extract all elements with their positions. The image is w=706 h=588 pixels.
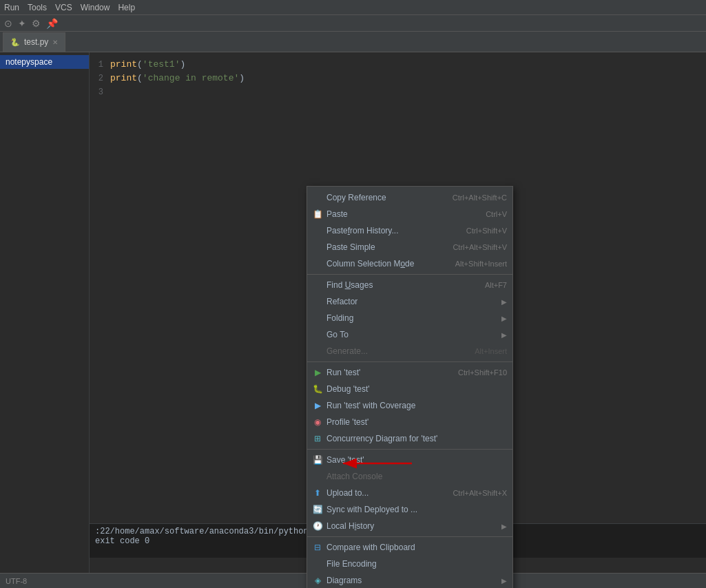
menu-run[interactable]: Run: [4, 3, 19, 12]
tab-label: test.py: [24, 37, 48, 47]
code-area: 1 print('test1') 2 print('change in remo…: [90, 52, 706, 105]
find-usages-icon: [311, 279, 324, 291]
menu-item-refactor[interactable]: Refactor ▶: [307, 293, 512, 310]
code-line-2: 2 print('change in remote'): [90, 72, 706, 85]
diagrams-icon: ◈: [311, 574, 324, 587]
toolbar-row: ⊙ ✦ ⚙ 📌: [0, 15, 706, 32]
code-line-3: 3: [90, 85, 706, 99]
generate-icon: [311, 345, 324, 357]
separator-2: [307, 361, 512, 362]
debug-test-icon: 🐛: [311, 383, 324, 395]
tab-file-icon: 🐍: [10, 38, 20, 47]
menu-item-run-coverage[interactable]: ▶ Run 'test' with Coverage: [307, 397, 512, 414]
upload-to-icon: ⬆: [311, 487, 324, 499]
paste-icon: 📋: [311, 208, 324, 220]
menu-item-paste-history[interactable]: Pastefrom History... Ctrl+Shift+V: [307, 222, 512, 239]
context-menu: Copy Reference Ctrl+Alt+Shift+C 📋 Paste …: [307, 186, 513, 588]
menu-item-concurrency[interactable]: ⊞ Concurrency Diagram for 'test': [307, 430, 512, 447]
toolbar-icon-1[interactable]: ⊙: [4, 18, 12, 29]
sidebar-item-notepyspace[interactable]: notepyspace: [0, 55, 89, 69]
menu-item-compare-clipboard[interactable]: ⊟ Compare with Clipboard: [307, 539, 512, 556]
tab-test-py[interactable]: 🐍 test.py ✕: [3, 32, 65, 52]
menu-item-file-encoding[interactable]: File Encoding: [307, 556, 512, 572]
menu-item-folding[interactable]: Folding ▶: [307, 310, 512, 326]
menu-item-sync-deployed[interactable]: 🔄 Sync with Deployed to ...: [307, 501, 512, 518]
line-number-3: 3: [90, 85, 110, 99]
menu-item-find-usages[interactable]: Find Usages Alt+F7: [307, 277, 512, 293]
menu-item-upload-to[interactable]: ⬆ Upload to... Ctrl+Alt+Shift+X: [307, 485, 512, 501]
go-to-arrow-icon: ▶: [501, 331, 507, 339]
profile-test-icon: ◉: [311, 416, 324, 428]
menu-tools[interactable]: Tools: [28, 3, 47, 12]
code-text-2: print('change in remote'): [110, 72, 245, 85]
menu-window[interactable]: Window: [81, 3, 110, 12]
menu-item-debug-test[interactable]: 🐛 Debug 'test': [307, 381, 512, 397]
menu-vcs[interactable]: VCS: [55, 3, 72, 12]
folding-icon: [311, 312, 324, 324]
menu-item-copy-reference[interactable]: Copy Reference Ctrl+Alt+Shift+C: [307, 189, 512, 206]
toolbar-icon-4[interactable]: 📌: [46, 18, 58, 29]
column-selection-icon: [311, 258, 324, 270]
paste-history-icon: [311, 224, 324, 237]
compare-clipboard-icon: ⊟: [311, 541, 324, 554]
refactor-arrow-icon: ▶: [501, 298, 507, 306]
run-test-icon: ▶: [311, 366, 324, 379]
code-line-1: 1 print('test1'): [90, 58, 706, 72]
status-text: UTF-8: [6, 577, 27, 585]
menu-item-diagrams[interactable]: ◈ Diagrams ▶: [307, 572, 512, 588]
line-number-2: 2: [90, 72, 110, 85]
menu-item-save-test[interactable]: 💾 Save 'test': [307, 452, 512, 468]
menu-item-paste-simple[interactable]: Paste Simple Ctrl+Alt+Shift+V: [307, 239, 512, 255]
code-text-1: print('test1'): [110, 58, 185, 72]
save-test-icon: 💾: [311, 454, 324, 466]
local-history-icon: 🕐: [311, 520, 324, 532]
line-number-1: 1: [90, 58, 110, 72]
menu-bar: Run Tools VCS Window Help: [0, 0, 706, 15]
go-to-icon: [311, 328, 324, 341]
toolbar-icon-3[interactable]: ⚙: [32, 18, 41, 29]
sidebar: notepyspace: [0, 52, 90, 573]
sync-deployed-icon: 🔄: [311, 503, 324, 516]
menu-item-column-selection[interactable]: Column Selection Mode Alt+Shift+Insert: [307, 255, 512, 272]
tab-bar: 🐍 test.py ✕: [0, 32, 706, 52]
run-coverage-icon: ▶: [311, 399, 324, 412]
folding-arrow-icon: ▶: [501, 315, 507, 322]
separator-4: [307, 536, 512, 537]
menu-help[interactable]: Help: [118, 3, 135, 12]
separator-1: [307, 274, 512, 275]
attach-console-icon: [311, 470, 324, 483]
local-history-arrow-icon: ▶: [501, 523, 507, 530]
diagrams-arrow-icon: ▶: [501, 577, 507, 585]
copy-reference-icon: [311, 191, 324, 204]
concurrency-icon: ⊞: [311, 432, 324, 445]
menu-item-profile-test[interactable]: ◉ Profile 'test': [307, 414, 512, 430]
file-encoding-icon: [311, 558, 324, 570]
paste-simple-icon: [311, 241, 324, 253]
refactor-icon: [311, 295, 324, 308]
menu-item-paste[interactable]: 📋 Paste Ctrl+V: [307, 206, 512, 222]
menu-item-generate[interactable]: Generate... Alt+Insert: [307, 343, 512, 359]
menu-item-attach-console[interactable]: Attach Console: [307, 468, 512, 485]
menu-item-local-history[interactable]: 🕐 Local History ▶: [307, 518, 512, 534]
tab-close-button[interactable]: ✕: [52, 39, 58, 46]
separator-3: [307, 449, 512, 450]
menu-item-run-test[interactable]: ▶ Run 'test' Ctrl+Shift+F10: [307, 364, 512, 381]
menu-item-go-to[interactable]: Go To ▶: [307, 326, 512, 343]
toolbar-icon-2[interactable]: ✦: [18, 18, 26, 29]
